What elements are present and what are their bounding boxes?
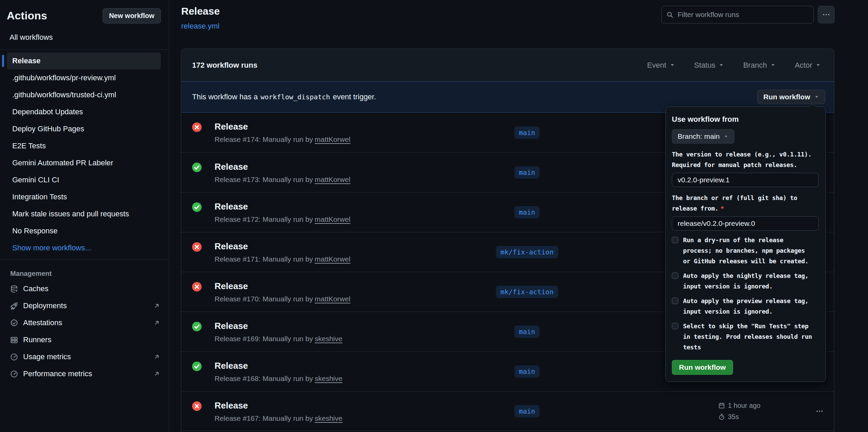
external-link-icon xyxy=(153,319,160,326)
run-actor-link[interactable]: mattKorwel xyxy=(315,295,351,303)
run-description: Release #169: Manually run byskeshive xyxy=(215,335,342,343)
run-actor-link[interactable]: skeshive xyxy=(315,375,343,382)
run-description-text: Release #172: Manually run by xyxy=(215,215,313,223)
run-actor-link[interactable]: mattKorwel xyxy=(315,135,351,143)
sidebar-item-all-workflows[interactable]: All workflows xyxy=(0,29,169,47)
workflow-run-row[interactable]: Release Release #167: Manually run byske… xyxy=(181,391,834,431)
workflow-options-button[interactable] xyxy=(818,6,835,23)
branch-badge[interactable]: main xyxy=(514,326,540,338)
run-description-text: Release #169: Manually run by xyxy=(215,335,313,343)
sidebar-divider xyxy=(0,49,169,50)
checkbox-icon[interactable] xyxy=(672,298,678,304)
management-nav: Caches Deployments Attestations xyxy=(0,280,169,382)
checkbox-label: Select to skip the "Run Tests" step in t… xyxy=(683,321,814,352)
branch-badge[interactable]: main xyxy=(514,365,540,378)
status-failure-icon xyxy=(192,282,202,292)
run-title-link[interactable]: Release xyxy=(215,321,342,331)
run-actor-link[interactable]: skeshive xyxy=(315,335,343,343)
new-workflow-button[interactable]: New workflow xyxy=(103,8,161,23)
run-actor-link[interactable]: mattKorwel xyxy=(315,215,351,223)
filter-label: Status xyxy=(694,61,715,70)
run-info: Release Release #173: Manually run bymat… xyxy=(215,162,351,184)
sidebar-header: Actions New workflow xyxy=(0,0,169,29)
status-failure-icon xyxy=(192,122,202,132)
sidebar-item-deploy-github-pages[interactable]: Deploy GitHub Pages xyxy=(7,120,161,137)
workflow-file-link[interactable]: release.yml xyxy=(181,22,219,31)
sidebar-item-caches[interactable]: Caches xyxy=(0,280,169,297)
checkbox-label: Run a dry-run of the release process; no… xyxy=(683,235,814,266)
branch-selector-dropdown[interactable]: Branch: main xyxy=(672,129,734,144)
checkbox-icon[interactable] xyxy=(672,272,678,279)
search-input[interactable] xyxy=(677,10,809,19)
run-description: Release #167: Manually run byskeshive xyxy=(215,414,342,422)
banner-text-after: event trigger. xyxy=(333,93,376,101)
calendar-icon xyxy=(718,402,725,409)
banner-text-before: This workflow has a xyxy=(192,93,258,101)
run-description: Release #170: Manually run bymattKorwel xyxy=(215,295,351,303)
sidebar-item-label: Usage metrics xyxy=(23,352,71,361)
sidebar-item-performance-metrics[interactable]: Performance metrics xyxy=(0,365,169,382)
status-success-icon xyxy=(192,362,202,371)
sidebar-item-mark-stale[interactable]: Mark stale issues and pull requests xyxy=(7,205,161,222)
nightly-tag-checkbox-row[interactable]: Auto apply the nightly release tag, inpu… xyxy=(672,270,819,292)
sidebar-item-no-response[interactable]: No Response xyxy=(7,222,161,239)
external-link-icon xyxy=(153,353,160,360)
run-title-link[interactable]: Release xyxy=(215,201,351,212)
sidebar-item-gemini-pr-labeler[interactable]: Gemini Automated PR Labeler xyxy=(7,154,161,171)
run-title-link[interactable]: Release xyxy=(215,241,351,251)
run-info: Release Release #170: Manually run bymat… xyxy=(215,281,351,303)
actions-sidebar: Actions New workflow All workflows Relea… xyxy=(0,0,169,432)
actor-filter-dropdown[interactable]: Actor xyxy=(793,61,823,70)
run-title-link[interactable]: Release xyxy=(215,162,351,172)
sidebar-item-runners[interactable]: Runners xyxy=(0,331,169,348)
version-input[interactable] xyxy=(672,173,819,187)
run-description-text: Release #174: Manually run by xyxy=(215,135,313,143)
sidebar-item-gemini-cli-ci[interactable]: Gemini CLI CI xyxy=(7,171,161,188)
ref-label-text: The branch or ref (full git sha) to rele… xyxy=(672,194,797,212)
branch-badge[interactable]: main xyxy=(514,127,540,139)
run-info: Release Release #171: Manually run bymat… xyxy=(215,241,351,263)
branch-badge[interactable]: main xyxy=(514,166,540,179)
sidebar-item-e2e-tests[interactable]: E2E Tests xyxy=(7,137,161,154)
branch-filter-dropdown[interactable]: Branch xyxy=(741,61,778,70)
event-filter-dropdown[interactable]: Event xyxy=(645,61,677,70)
run-time-text: 1 hour ago xyxy=(728,402,761,410)
sidebar-item-pr-review[interactable]: .github/workflows/pr-review.yml xyxy=(7,69,161,86)
status-filter-dropdown[interactable]: Status xyxy=(692,61,726,70)
run-actor-link[interactable]: mattKorwel xyxy=(315,255,351,263)
filter-label: Branch xyxy=(743,61,767,70)
sidebar-item-usage-metrics[interactable]: Usage metrics xyxy=(0,348,169,365)
run-options-button[interactable] xyxy=(814,405,825,417)
ref-input[interactable] xyxy=(672,216,819,231)
branch-badge[interactable]: main xyxy=(514,206,540,218)
workflow-nav: Release .github/workflows/pr-review.yml … xyxy=(0,52,169,256)
checkbox-icon[interactable] xyxy=(672,237,678,243)
run-title-link[interactable]: Release xyxy=(215,361,342,371)
meter-icon xyxy=(10,353,18,361)
checkbox-label: Auto apply the preview release tag, inpu… xyxy=(683,296,814,317)
status-success-icon xyxy=(192,322,202,331)
filter-workflow-runs-box[interactable] xyxy=(661,6,814,23)
run-workflow-dropdown-button[interactable]: Run workflow xyxy=(758,90,825,104)
run-title-link[interactable]: Release xyxy=(215,121,351,132)
run-actor-link[interactable]: skeshive xyxy=(315,414,343,422)
preview-tag-checkbox-row[interactable]: Auto apply the preview release tag, inpu… xyxy=(672,296,819,317)
run-title-link[interactable]: Release xyxy=(215,281,351,291)
sidebar-item-dependabot-updates[interactable]: Dependabot Updates xyxy=(7,103,161,120)
run-title-link[interactable]: Release xyxy=(215,400,342,411)
show-more-workflows-link[interactable]: Show more workflows... xyxy=(7,239,161,256)
run-actor-link[interactable]: mattKorwel xyxy=(315,176,351,183)
branch-badge[interactable]: mk/fix-action xyxy=(496,286,558,298)
branch-badge[interactable]: mk/fix-action xyxy=(496,246,558,258)
skip-tests-checkbox-row[interactable]: Select to skip the "Run Tests" step in t… xyxy=(672,321,819,352)
branch-badge[interactable]: main xyxy=(514,405,540,417)
dry-run-checkbox-row[interactable]: Run a dry-run of the release process; no… xyxy=(672,235,819,266)
sidebar-item-trusted-ci[interactable]: .github/workflows/trusted-ci.yml xyxy=(7,86,161,103)
sidebar-item-attestations[interactable]: Attestations xyxy=(0,314,169,331)
sidebar-item-deployments[interactable]: Deployments xyxy=(0,297,169,314)
dispatch-banner-text: This workflow has aworkflow_dispatcheven… xyxy=(192,93,376,101)
checkbox-icon[interactable] xyxy=(672,323,678,329)
sidebar-item-integration-tests[interactable]: Integration Tests xyxy=(7,188,161,205)
sidebar-item-release[interactable]: Release xyxy=(7,52,161,69)
run-workflow-submit-button[interactable]: Run workflow xyxy=(672,360,733,375)
